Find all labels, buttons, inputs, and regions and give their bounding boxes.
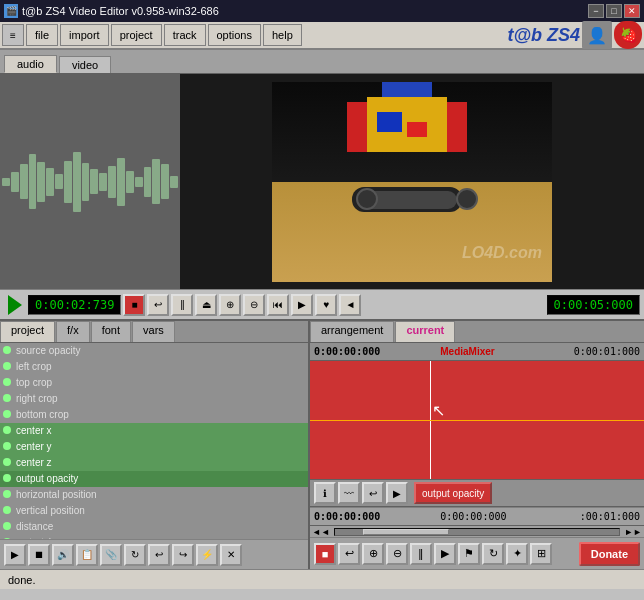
prop-right-crop[interactable]: right crop	[0, 391, 308, 407]
donate-button[interactable]: Donate	[579, 542, 640, 566]
arr-end-time: 0:00:01:000	[574, 346, 640, 357]
menu-track[interactable]: track	[164, 24, 206, 46]
menu-project[interactable]: project	[111, 24, 162, 46]
minimize-button[interactable]: −	[588, 4, 604, 18]
play-indicator	[8, 295, 22, 315]
tab-arrangement[interactable]: arrangement	[310, 321, 394, 342]
bt-forward[interactable]: ▶	[434, 543, 456, 565]
bt-grid[interactable]: ⊞	[530, 543, 552, 565]
left-toolbar-redo[interactable]: ↪	[172, 544, 194, 566]
zoom-in-button[interactable]: ⊕	[219, 294, 241, 316]
prop-top-crop[interactable]: top crop	[0, 375, 308, 391]
bt-zoom-out[interactable]: ⊖	[386, 543, 408, 565]
play-eff-button[interactable]: ▶	[386, 482, 408, 504]
stop-button[interactable]: ■	[123, 294, 145, 316]
back-button[interactable]: ◄	[339, 294, 361, 316]
left-toolbar-clip[interactable]: 📎	[100, 544, 122, 566]
prop-vert-pos[interactable]: vertical position	[0, 503, 308, 519]
audio-tab[interactable]: audio	[4, 55, 57, 73]
prop-output-opacity[interactable]: output opacity	[0, 471, 308, 487]
prev-button[interactable]: ⏮	[267, 294, 289, 316]
bt-loop[interactable]: ↻	[482, 543, 504, 565]
left-toolbar-play[interactable]: ▶	[4, 544, 26, 566]
close-button[interactable]: ✕	[624, 4, 640, 18]
left-toolbar: ▶ ⏹ 🔊 📋 📎 ↻ ↩ ↪ ⚡ ✕	[0, 539, 308, 569]
window-controls: − □ ✕	[588, 4, 640, 18]
play-button[interactable]: ▶	[291, 294, 313, 316]
prop-dot	[3, 394, 11, 402]
bt-flag[interactable]: ⚑	[458, 543, 480, 565]
wave-bar	[73, 152, 81, 212]
prop-source-opacity[interactable]: source opacity	[0, 343, 308, 359]
maximize-button[interactable]: □	[606, 4, 622, 18]
timeline-row: 0:00:00:000 0:00:00:000 :00:01:000	[310, 507, 644, 525]
scroll-left-button[interactable]: ◄◄	[310, 527, 332, 537]
tab-font[interactable]: font	[91, 321, 131, 342]
left-toolbar-action[interactable]: ⚡	[196, 544, 218, 566]
transport-bar: 0:00:02:739 ■ ↩ ‖ ⏏ ⊕ ⊖ ⏮ ▶ ♥ ◄ 0:00:05:…	[0, 289, 644, 321]
tab-vars[interactable]: vars	[132, 321, 175, 342]
left-toolbar-close[interactable]: ✕	[220, 544, 242, 566]
tl-mid: 0:00:00:000	[440, 511, 506, 522]
arrangement-header: 0:00:00:000 MediaMixer 0:00:01:000	[310, 343, 644, 361]
bt-step-back[interactable]: ↩	[338, 543, 360, 565]
pause-button[interactable]: ‖	[171, 294, 193, 316]
arrangement-playhead	[310, 420, 644, 421]
left-toolbar-undo[interactable]: ↩	[148, 544, 170, 566]
tab-current[interactable]: current	[395, 321, 455, 342]
prop-left-crop[interactable]: left crop	[0, 359, 308, 375]
lego-robot	[342, 82, 492, 212]
scroll-thumb[interactable]	[363, 529, 448, 535]
waveform-area	[0, 74, 180, 289]
scroll-right-button[interactable]: ►►	[622, 527, 644, 537]
prop-dot	[3, 474, 11, 482]
scroll-track[interactable]	[334, 528, 620, 536]
output-opacity-button[interactable]: output opacity	[414, 482, 492, 504]
heart-button[interactable]: ♥	[315, 294, 337, 316]
prop-dot	[3, 522, 11, 530]
left-toolbar-stop[interactable]: ⏹	[28, 544, 50, 566]
tab-project[interactable]: project	[0, 321, 55, 342]
step-button[interactable]: ⏏	[195, 294, 217, 316]
left-toolbar-copy[interactable]: 📋	[76, 544, 98, 566]
prop-dot	[3, 410, 11, 418]
bt-zoom-in[interactable]: ⊕	[362, 543, 384, 565]
prop-center-z[interactable]: center z	[0, 455, 308, 471]
status-text: done.	[8, 574, 36, 586]
menu-options[interactable]: options	[208, 24, 261, 46]
logo-strawberry: 🍓	[614, 21, 642, 49]
left-toolbar-vol[interactable]: 🔊	[52, 544, 74, 566]
prop-dot	[3, 426, 11, 434]
prop-bottom-crop[interactable]: bottom crop	[0, 407, 308, 423]
prop-center-y[interactable]: center y	[0, 439, 308, 455]
zoom-out-button[interactable]: ⊖	[243, 294, 265, 316]
arrangement-scrollbar: ◄◄ ►►	[310, 525, 644, 537]
prop-center-x[interactable]: center x	[0, 423, 308, 439]
prop-dot	[3, 538, 11, 539]
menu-help[interactable]: help	[263, 24, 302, 46]
video-tab[interactable]: video	[59, 56, 111, 73]
info-button[interactable]: ℹ	[314, 482, 336, 504]
bottom-area: project f/x font vars source opacity lef…	[0, 321, 644, 569]
tab-fx[interactable]: f/x	[56, 321, 90, 342]
video-preview: LO4D.com	[180, 74, 644, 289]
menu-file[interactable]: file	[26, 24, 58, 46]
menu-icon[interactable]: ≡	[2, 24, 24, 46]
wave-button[interactable]: 〰	[338, 482, 360, 504]
menu-import[interactable]: import	[60, 24, 109, 46]
prop-dot	[3, 490, 11, 498]
reset-button[interactable]: ↩	[362, 482, 384, 504]
prop-distance[interactable]: distance	[0, 519, 308, 535]
wave-bar	[11, 172, 19, 192]
left-toolbar-refresh[interactable]: ↻	[124, 544, 146, 566]
goto-start-button[interactable]: ↩	[147, 294, 169, 316]
prop-x-stretch[interactable]: x-stretch	[0, 535, 308, 539]
bt-nav[interactable]: ✦	[506, 543, 528, 565]
arrangement-view[interactable]: ↖	[310, 361, 644, 479]
bottom-toolbar: ■ ↩ ⊕ ⊖ ‖ ▶ ⚑ ↻ ✦ ⊞ Donate	[310, 537, 644, 569]
bt-stop[interactable]: ■	[314, 543, 336, 565]
video-content: LO4D.com	[272, 82, 552, 282]
prop-horiz-pos[interactable]: horizontal position	[0, 487, 308, 503]
bt-pause[interactable]: ‖	[410, 543, 432, 565]
wave-bar	[144, 167, 152, 197]
